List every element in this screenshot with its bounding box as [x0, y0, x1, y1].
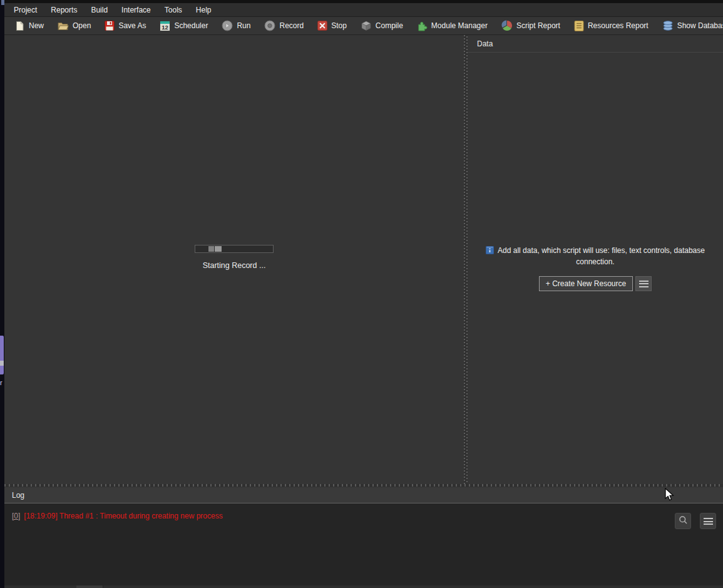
- menu-item-project[interactable]: Project: [7, 4, 44, 16]
- toolbar-new-button[interactable]: New: [8, 17, 51, 34]
- create-new-resource-button[interactable]: + Create New Resource: [539, 276, 633, 291]
- menu-item-build[interactable]: Build: [84, 4, 115, 16]
- data-info-text: Add all data, which script will use: fil…: [474, 245, 716, 267]
- toolbar-label: Resources Report: [588, 21, 649, 30]
- status-text: Starting Record ...: [4, 261, 464, 270]
- open-icon: [58, 21, 69, 31]
- menu-item-tools[interactable]: Tools: [158, 4, 189, 16]
- toolbar-label: Show Database: [677, 21, 723, 30]
- toolbar-label: New: [29, 21, 44, 30]
- toolbar-run-button[interactable]: Run: [215, 17, 257, 34]
- log-panel-header: Log: [4, 487, 723, 503]
- hamburger-icon: [639, 281, 649, 287]
- toolbar-label: Stop: [331, 21, 347, 30]
- hamburger-icon: [704, 518, 713, 525]
- menu-item-help[interactable]: Help: [189, 4, 218, 16]
- resources-report-icon: [574, 21, 584, 31]
- show-database-icon: [662, 20, 674, 31]
- mouse-cursor: [665, 488, 675, 502]
- progress-marquee-block: [208, 246, 214, 252]
- progress-bar: [195, 245, 274, 253]
- toolbar-label: Compile: [376, 21, 403, 30]
- run-icon: [222, 20, 233, 31]
- main-canvas: Starting Record ...: [4, 35, 464, 484]
- log-panel: Log [0][18:19:09] Thread #1 : Timeout du…: [4, 487, 723, 585]
- toolbar-save-as-button[interactable]: Save As: [98, 17, 153, 34]
- toolbar-show-database-button[interactable]: Show Database: [655, 17, 723, 34]
- toolbar-script-report-button[interactable]: Script Report: [495, 17, 567, 34]
- toolbar-compile-button[interactable]: Compile: [354, 17, 410, 34]
- scrollbar-divider: [103, 585, 103, 588]
- background-icon-fragment: [0, 336, 4, 374]
- data-info-label: Add all data, which script will use: fil…: [498, 246, 705, 266]
- stop-icon: [317, 21, 327, 31]
- log-content: [0][18:19:09] Thread #1 : Timeout during…: [4, 503, 723, 585]
- bottom-scrollbar: [4, 585, 723, 588]
- svg-text:12: 12: [162, 23, 169, 30]
- log-panel-title: Log: [12, 491, 24, 500]
- resource-actions: + Create New Resource: [473, 276, 718, 291]
- toolbar-label: Scheduler: [174, 21, 208, 30]
- menu-item-interface[interactable]: Interface: [115, 4, 158, 16]
- new-icon: [15, 21, 25, 31]
- log-menu-button[interactable]: [700, 513, 716, 529]
- save-icon: [105, 21, 115, 31]
- toolbar-open-button[interactable]: Open: [51, 17, 98, 34]
- toolbar-label: Save As: [118, 21, 146, 30]
- log-entry-message: [18:19:09] Thread #1 : Timeout during cr…: [24, 512, 222, 520]
- toolbar-label: Script Report: [516, 21, 560, 30]
- scheduler-icon: 12: [160, 21, 170, 31]
- scrollbar-thumb[interactable]: [76, 585, 103, 588]
- log-entry: [0][18:19:09] Thread #1 : Timeout during…: [12, 512, 223, 520]
- data-empty-state: Add all data, which script will use: fil…: [473, 245, 718, 291]
- search-icon: [679, 515, 688, 527]
- toolbar-module-manager-button[interactable]: Module Manager: [410, 17, 495, 34]
- toolbar-record-button[interactable]: Record: [257, 17, 310, 34]
- app-window: Project Reports Build Interface Tools He…: [4, 0, 723, 588]
- info-icon: [486, 246, 494, 257]
- resource-menu-button[interactable]: [635, 276, 652, 291]
- startup-progress: Starting Record ...: [4, 245, 464, 270]
- compile-icon: [361, 21, 372, 31]
- module-manager-icon: [417, 21, 428, 31]
- toolbar-scheduler-button[interactable]: 12 Scheduler: [153, 17, 215, 34]
- background-letter-fragment: r: [0, 378, 3, 387]
- log-search-button[interactable]: [675, 513, 691, 529]
- script-report-icon: [501, 20, 513, 31]
- background-window-strip: r: [0, 0, 4, 588]
- toolbar-label: Run: [237, 21, 250, 30]
- toolbar-label: Record: [279, 21, 304, 30]
- log-entry-link[interactable]: [0]: [12, 512, 20, 520]
- toolbar: New Open Save As 12 Scheduler Run: [4, 17, 723, 35]
- toolbar-resources-report-button[interactable]: Resources Report: [567, 17, 655, 34]
- toolbar-label: Open: [73, 21, 91, 30]
- data-panel-title: Data: [468, 35, 723, 53]
- menu-item-reports[interactable]: Reports: [44, 4, 84, 16]
- toolbar-label: Module Manager: [431, 21, 488, 30]
- record-icon: [264, 20, 275, 31]
- progress-marquee-block: [215, 246, 222, 252]
- data-panel: Data Add all data, which script will use…: [468, 35, 723, 484]
- toolbar-stop-button[interactable]: Stop: [310, 17, 354, 34]
- menu-bar: Project Reports Build Interface Tools He…: [4, 3, 723, 17]
